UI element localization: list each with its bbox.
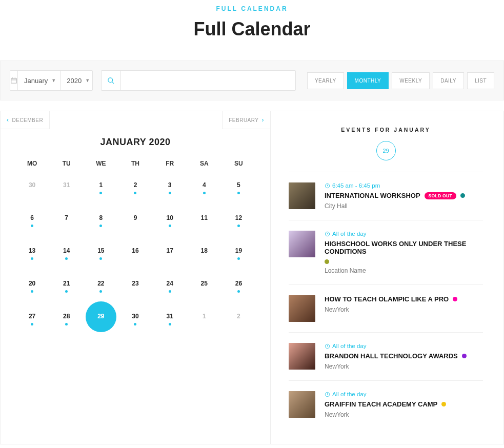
next-month-button[interactable]: FEBRUARY › [222,111,271,129]
events-column: EVENTS FOR JANUARY 29 6:45 am - 6:45 pmI… [271,111,503,444]
event-location: NewYork [325,363,483,370]
prev-month-button[interactable]: ‹ DECEMBER [0,111,50,129]
calendar-day[interactable]: 21 [49,280,84,297]
toolbar: January ▼ 2020 ▼ YEARLYMONTHLYWEEKLYDAIL… [0,60,504,100]
category-dot-icon [441,402,446,406]
event-time: All of the day [325,391,483,397]
event-thumbnail [289,343,315,370]
event-item[interactable]: All of the dayGRAIFFIN TEACH ACADEMY CAM… [289,380,483,429]
event-time: All of the day [325,343,483,349]
event-dot-icon [31,225,33,227]
calendar-day[interactable]: 16 [118,247,152,264]
svg-point-4 [108,77,113,82]
event-item[interactable]: All of the dayHIGHSCHOOL WORKS ONLY UNDE… [289,220,483,284]
calendar-day[interactable]: 20 [15,280,49,297]
calendar-day[interactable]: 6 [15,214,49,232]
event-dot-icon [237,290,240,293]
weekday-header: SA [187,160,221,167]
calendar-day[interactable]: 19 [221,247,256,264]
page-eyebrow: FULL CALENDAR [0,5,504,12]
calendar-title: JANUARY 2020 [15,137,256,148]
calendar-day[interactable]: 9 [118,214,152,232]
category-dot-icon [460,193,465,198]
event-item[interactable]: 6:45 am - 6:45 pmINTERNATIONAL WORKSHOPS… [289,172,483,220]
event-thumbnail [289,231,315,257]
calendar-day[interactable]: 24 [153,280,187,297]
search-group [101,70,296,91]
search-icon[interactable] [102,71,121,90]
event-dot-icon [99,290,102,293]
weekday-header: MO [15,160,49,167]
event-dot-icon [237,257,240,260]
event-dot-icon [169,290,171,293]
calendar-day[interactable]: 1 [84,181,118,199]
calendar-day[interactable]: 2 [118,181,152,199]
calendar-day[interactable]: 30 [118,313,152,330]
calendar-day[interactable]: 18 [187,247,221,264]
year-select-value: 2020 [67,77,82,85]
year-select[interactable]: 2020 ▼ [61,71,93,90]
calendar-day[interactable]: 25 [187,280,221,297]
svg-rect-0 [11,78,17,83]
event-title: HOW TO TEACH OLAMPIC LIKE A PRO [325,295,449,303]
weekday-header: FR [153,160,187,167]
page-title: Full Calendar [0,18,504,40]
clock-icon [325,343,330,349]
search-input[interactable] [121,71,295,90]
calendar-day: 31 [49,181,84,199]
calendar-day[interactable]: 3 [153,181,187,199]
calendar-day[interactable]: 22 [84,280,118,297]
calendar-day[interactable]: 27 [15,313,49,330]
event-location: Location Name [325,267,483,274]
calendar-day[interactable]: 23 [118,280,152,297]
calendar-day[interactable]: 13 [15,247,49,264]
event-item[interactable]: HOW TO TEACH OLAMPIC LIKE A PRONewYork [289,284,483,332]
calendar-day[interactable]: 28 [49,313,84,330]
calendar-icon [10,71,18,90]
chevron-down-icon: ▼ [51,78,56,83]
view-tab-daily[interactable]: DAILY [433,72,464,89]
calendar-day[interactable]: 12 [221,214,256,232]
calendar-day[interactable]: 5 [221,181,256,199]
calendar-day[interactable]: 14 [49,247,84,264]
calendar-day[interactable]: 11 [187,214,221,232]
category-dot-icon [325,259,329,264]
weekday-header: WE [84,160,118,167]
events-heading: EVENTS FOR JANUARY [289,127,483,133]
event-title: HIGHSCHOOL WORKS ONLY UNDER THESE CONDIT… [325,240,483,255]
calendar-day[interactable]: 4 [187,181,221,199]
month-select-value: January [24,77,48,85]
event-dot-icon [169,225,171,227]
clock-icon [325,231,330,237]
selected-date-badge: 29 [376,141,396,160]
view-tab-monthly[interactable]: MONTHLY [347,72,389,89]
event-dot-icon [134,192,136,194]
event-dot-icon [99,257,102,260]
calendar-day[interactable]: 29 [84,313,118,330]
calendar-day[interactable]: 17 [153,247,187,264]
calendar-day[interactable]: 10 [153,214,187,232]
weekday-header: SU [221,160,256,167]
main-panel: ‹ DECEMBER FEBRUARY › JANUARY 2020 MOTUW… [0,111,504,444]
calendar-day[interactable]: 26 [221,280,256,297]
event-dot-icon [203,192,206,194]
event-dot-icon [169,323,171,325]
event-title: INTERNATIONAL WORKSHOP [325,192,420,199]
event-thumbnail [289,182,315,209]
calendar-day[interactable]: 15 [84,247,118,264]
event-item[interactable]: All of the dayBRANDON HALL TECHNOLOGY AW… [289,332,483,380]
event-location: City Hall [325,202,483,210]
event-dot-icon [65,323,68,325]
view-tab-list[interactable]: LIST [467,72,494,89]
category-dot-icon [462,354,467,358]
view-tabs: YEARLYMONTHLYWEEKLYDAILYLIST [304,72,494,89]
calendar-day: 2 [221,313,256,330]
chevron-right-icon: › [262,116,265,124]
calendar-day[interactable]: 31 [153,313,187,330]
view-tab-weekly[interactable]: WEEKLY [392,72,430,89]
view-tab-yearly[interactable]: YEARLY [307,72,344,89]
month-select[interactable]: January ▼ [18,71,61,90]
calendar-day: 1 [187,313,221,330]
calendar-day[interactable]: 8 [84,214,118,232]
calendar-day[interactable]: 7 [49,214,84,232]
